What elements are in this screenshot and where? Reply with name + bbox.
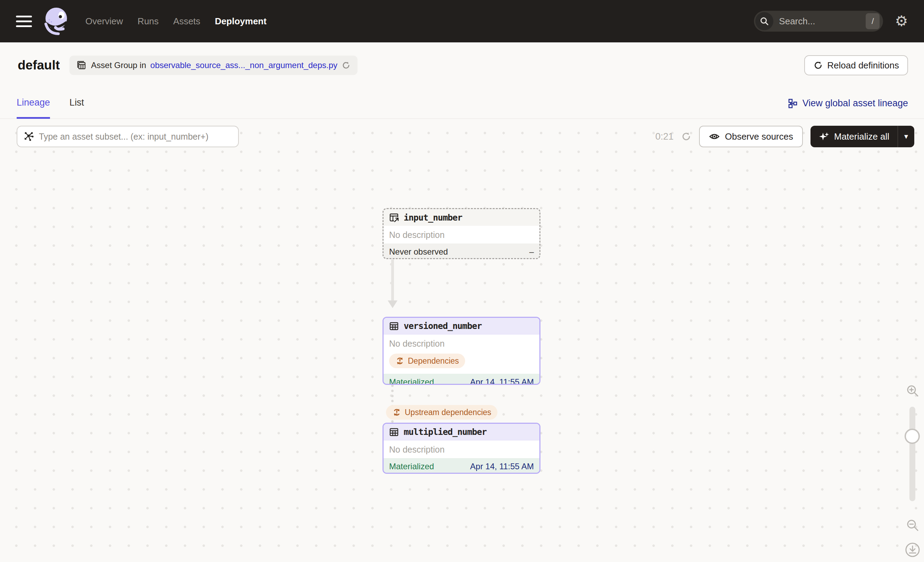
changed-dependencies-icon: [395, 356, 404, 365]
refresh-countdown: 0:21: [656, 131, 674, 142]
asset-node-header: versioned_number: [384, 318, 539, 335]
observable-source-asset-icon: [389, 213, 399, 222]
observe-sources-button[interactable]: Observe sources: [699, 126, 803, 147]
chevron-down-icon: ▾: [904, 132, 908, 141]
asset-subset-input[interactable]: Type an asset subset... (ex: input_numbe…: [16, 126, 239, 147]
nav-item-runs[interactable]: Runs: [138, 16, 159, 27]
materialize-all-main[interactable]: Materialize all: [810, 126, 898, 147]
code-location-link[interactable]: observable_source_ass..._non_argument_de…: [150, 60, 338, 70]
asset-tags: Dependencies: [384, 352, 539, 374]
dependencies-tag-label: Dependencies: [408, 356, 459, 366]
asset-node-multiplied-number[interactable]: multiplied_number No description Materia…: [382, 423, 540, 474]
changed-dependencies-icon: [392, 408, 401, 417]
asset-status: Never observed: [389, 247, 448, 257]
search-input[interactable]: Search... /: [754, 11, 883, 32]
reload-definitions-button[interactable]: Reload definitions: [804, 55, 908, 75]
canvas-actions: 0:21 Observe sources: [656, 126, 914, 147]
asset-group-prefix: Asset Group in: [91, 60, 146, 70]
search-icon: [755, 12, 773, 30]
nav-item-overview[interactable]: Overview: [86, 16, 123, 27]
tab-lineage[interactable]: Lineage: [16, 88, 50, 119]
eye-icon: [709, 131, 720, 142]
dagster-app: Overview Runs Assets Deployment Search..…: [0, 0, 924, 562]
materialize-all-label: Materialize all: [834, 131, 889, 142]
page-title: default: [18, 58, 60, 72]
asset-node-header: input_number: [384, 209, 539, 226]
edge-input-to-versioned: [391, 260, 394, 301]
view-global-asset-lineage-label: View global asset lineage: [802, 98, 908, 109]
asset-name: input_number: [404, 213, 462, 222]
asset-graph-filter-icon: [23, 131, 34, 142]
asset-name: versioned_number: [404, 321, 482, 331]
asset-status-detail: –: [530, 247, 534, 257]
tab-list[interactable]: List: [69, 88, 84, 119]
materialize-all-button[interactable]: Materialize all ▾: [810, 126, 914, 147]
asset-materialization-timestamp: Apr 14, 11:55 AM: [470, 461, 534, 471]
navbar-right: Search... / ⚙: [754, 11, 908, 32]
table-asset-icon: [389, 427, 399, 437]
reload-icon: [813, 60, 823, 70]
asset-group-breadcrumb: Asset Group in observable_source_ass..._…: [69, 56, 357, 75]
dependencies-changed-tag[interactable]: Dependencies: [389, 353, 465, 368]
asset-node-input-number[interactable]: input_number No description Never observ…: [382, 208, 540, 259]
reload-definitions-label: Reload definitions: [827, 60, 899, 71]
dagster-logo-icon[interactable]: [42, 7, 69, 36]
asset-materialization-timestamp: Apr 14, 11:55 AM: [470, 377, 534, 385]
top-navbar: Overview Runs Assets Deployment Search..…: [0, 0, 924, 42]
asset-status: Materialized: [389, 461, 434, 471]
asset-group-icon: [76, 60, 87, 71]
asset-status: Materialized: [389, 377, 434, 385]
observe-sources-label: Observe sources: [725, 131, 793, 142]
zoom-slider-handle[interactable]: [904, 428, 920, 444]
asset-name: multiplied_number: [404, 427, 487, 437]
menu-icon[interactable]: [16, 16, 32, 27]
search-placeholder: Search...: [779, 16, 866, 27]
asset-description: No description: [384, 226, 539, 243]
download-image-icon[interactable]: [904, 542, 921, 558]
zoom-in-icon[interactable]: [905, 383, 920, 398]
asset-node-header: multiplied_number: [384, 424, 539, 440]
zoom-out-icon[interactable]: [905, 518, 920, 532]
asset-description: No description: [384, 440, 539, 458]
asset-subset-placeholder: Type an asset subset... (ex: input_numbe…: [39, 132, 208, 142]
nav-item-deployment[interactable]: Deployment: [215, 16, 267, 27]
upstream-dependencies-label: Upstream dependencies: [405, 408, 491, 417]
tabs-bar: Lineage List View global asset lineage: [0, 88, 924, 119]
asset-status-row: Materialized Apr 14, 11:55 AM: [384, 458, 539, 474]
refresh-icon[interactable]: [681, 131, 692, 142]
asset-status-row: Never observed –: [384, 243, 539, 259]
search-shortcut-key: /: [866, 13, 880, 29]
upstream-dependencies-tag[interactable]: Upstream dependencies: [386, 405, 497, 419]
asset-description: No description: [384, 335, 539, 352]
sparkle-icon: [819, 131, 829, 142]
primary-nav: Overview Runs Assets Deployment: [86, 16, 267, 27]
asset-status-row: Materialized Apr 14, 11:55 AM: [384, 374, 539, 385]
asset-group-header: default Asset Group in observable_source…: [0, 42, 924, 88]
lineage-canvas[interactable]: Type an asset subset... (ex: input_numbe…: [0, 119, 924, 562]
nav-item-assets[interactable]: Assets: [173, 16, 200, 27]
materialize-options-dropdown[interactable]: ▾: [898, 126, 914, 147]
table-asset-icon: [389, 321, 399, 331]
reload-location-icon[interactable]: [342, 61, 351, 70]
zoom-slider-track[interactable]: [909, 407, 915, 501]
view-global-asset-lineage-link[interactable]: View global asset lineage: [787, 88, 908, 119]
asset-node-versioned-number[interactable]: versioned_number No description Dependen…: [382, 317, 540, 385]
lineage-graph-icon: [787, 98, 798, 109]
settings-gear-icon[interactable]: ⚙: [895, 14, 908, 29]
